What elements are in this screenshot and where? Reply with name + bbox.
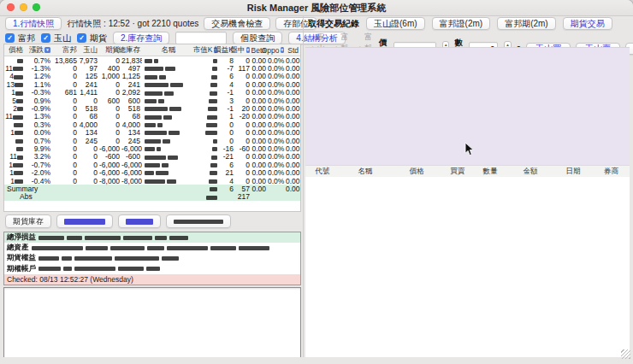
redacted-text: [145, 115, 162, 120]
table-row[interactable]: 50.9%00600600 300.000.0%0.00: [4, 97, 300, 104]
esun-securities-6m-button[interactable]: 玉山證(6m): [366, 17, 425, 30]
redacted-text: [145, 75, 157, 79]
redacted-text: [17, 156, 23, 160]
broker-checkbox-esun[interactable]: ✓ 玉山: [41, 32, 71, 44]
positions-table[interactable]: 價格漲跌▼富邦玉山期貨總庫存名稱市值K▼損益K盤中▼BetaOppo▼Std 0…: [3, 44, 301, 212]
sort-icon[interactable]: ▼: [281, 47, 284, 53]
table-row[interactable]: 41.2%01251,0001,125 600.000.0%0.00: [4, 73, 300, 80]
redacted-text: [174, 220, 223, 224]
info-line-net-pnl: 總淨損益: [4, 232, 300, 243]
sort-icon[interactable]: ▼: [44, 47, 50, 53]
redacted-text: [145, 131, 167, 135]
redacted-text: [64, 219, 105, 225]
left-tab-button-1[interactable]: 期貨庫存: [5, 214, 51, 228]
table-row[interactable]: 0.7%13,8657,973021,838 800.000.0%0.00: [4, 56, 300, 64]
broker-checkbox-fubon[interactable]: ✓ 富邦: [5, 32, 35, 44]
column-header-1[interactable]: 價格: [4, 45, 25, 56]
futures-trade-button[interactable]: 期貨交易: [563, 17, 612, 30]
trade-column-header-5[interactable]: 數量: [473, 167, 507, 177]
info-line-options-account: 期權帳戶: [4, 264, 300, 274]
redacted-text: [207, 115, 217, 120]
checkbox-checked-icon: ✓: [5, 33, 15, 43]
column-header-4[interactable]: 玉山: [79, 45, 99, 56]
column-header-12[interactable]: Oppo▼: [268, 46, 286, 55]
trade-table-body[interactable]: [305, 177, 630, 357]
redacted-text: [165, 67, 175, 71]
checked-timestamp-text: Checked: 08/13 12:52:27 (Wednesday): [7, 275, 133, 284]
left-toolbar-row1: 1.行情快照 行情快照 : 12:52 · got 2210 quotes 交易…: [5, 17, 316, 30]
redacted-text: [169, 107, 181, 111]
table-row[interactable]: 1-0.3%6811,41102,092 -100.000.0%0.00: [4, 89, 300, 97]
column-header-6[interactable]: 總庫存: [121, 45, 142, 56]
table-row[interactable]: 9.9%00-6,000-6,000 -16-600.000.0%0.00: [4, 144, 300, 152]
left-tab-button-3[interactable]: [118, 214, 161, 228]
table-row[interactable]: 113.2%00-600-600 -2100.000.0%0.00: [4, 153, 300, 161]
trade-column-header-2[interactable]: 名稱: [340, 167, 391, 177]
left-tab-button-4[interactable]: [166, 214, 231, 228]
trade-opportunity-check-button[interactable]: 交易機會檢查: [204, 17, 270, 30]
left-tab-button-2[interactable]: [56, 214, 113, 228]
stock-search-input[interactable]: [175, 32, 227, 44]
table-row[interactable]: 1-0.4%00-8,000-8,000 400.000.0%0.00: [4, 177, 300, 185]
table-row[interactable]: 11-1.3%097400497 -71170.000.0%0.00: [4, 64, 300, 72]
trade-column-header-6[interactable]: 金額: [507, 167, 553, 177]
fubon-futures-2m-button[interactable]: 富邦期(2m): [497, 17, 556, 30]
broker-checkbox-futures[interactable]: ✓ 期貨: [77, 32, 107, 44]
quote-status-text: 行情快照 : 12:52 · got 2210 quotes: [67, 18, 198, 30]
redacted-text: [145, 59, 152, 63]
table-row[interactable]: 131.1%02410241 400.000.0%0.00: [4, 80, 300, 88]
redacted-text: [14, 123, 23, 127]
redacted-text: [212, 147, 217, 151]
resize-grip[interactable]: [621, 349, 630, 359]
table-row[interactable]: 111.3%068068 1-200.000.0%0.00: [4, 113, 300, 120]
column-header-label: 期貨: [105, 45, 120, 56]
trade-table-header[interactable]: 代號名稱價格買賣數量金額日期券商: [305, 165, 630, 178]
redacted-text: [206, 123, 217, 127]
inventory-query-button[interactable]: 2.庫存查詢: [113, 32, 169, 44]
table-row[interactable]: 1-0.7%00-6,000-6,000 600.000.0%0.00: [4, 161, 300, 168]
redacted-text: [205, 131, 217, 135]
table-row[interactable]: 1-2.0%00-6,000-6,000 2100.000.0%0.00: [4, 168, 300, 176]
redacted-text: [211, 75, 217, 79]
trade-column-header-1[interactable]: 代號: [305, 167, 340, 177]
trade-column-header-8[interactable]: 券商: [593, 167, 630, 177]
table-row[interactable]: 0.3%04,00004,000 000.000.0%0.00: [4, 120, 300, 128]
column-header-10[interactable]: 盤中▼: [235, 45, 251, 56]
quote-snapshot-button[interactable]: 1.行情快照: [5, 17, 62, 30]
column-header-label: 富邦: [62, 45, 77, 56]
info-line-label: 期貨權益: [7, 253, 36, 263]
redacted-text: [15, 179, 23, 184]
column-header-13[interactable]: Std: [286, 46, 300, 55]
column-header-7[interactable]: 名稱: [142, 45, 197, 56]
checkbox-checked-icon: ✓: [77, 33, 86, 43]
redacted-text: [126, 219, 153, 225]
checkbox-checked-icon: ✓: [41, 33, 50, 43]
redacted-text: [156, 171, 169, 175]
column-header-2[interactable]: 漲跌▼: [25, 45, 52, 56]
redacted-text: [209, 99, 217, 103]
redacted-text: [15, 83, 23, 87]
column-header-label: 漲跌: [29, 45, 44, 56]
redacted-text: [158, 99, 164, 103]
redacted-text: [163, 139, 170, 144]
table-row[interactable]: 2-0.9%05180518 -1200.000.0%0.00: [4, 104, 300, 112]
log-output-box[interactable]: [3, 287, 301, 359]
table-row[interactable]: 10.0%01340134 000.000.0%0.00: [4, 129, 300, 137]
stock-query-button[interactable]: 個股查詢: [233, 32, 282, 44]
info-line-label: 期權帳戶: [7, 264, 36, 274]
trade-column-header-4[interactable]: 買賣: [442, 167, 473, 177]
fubon-securities-2m-button[interactable]: 富邦證(2m): [432, 17, 491, 30]
redacted-text: [209, 179, 217, 184]
redacted-text: [159, 75, 166, 79]
column-header-3[interactable]: 富邦: [52, 45, 79, 56]
left-tab-buttons: 期貨庫存: [5, 214, 231, 228]
trade-column-header-3[interactable]: 價格: [391, 167, 442, 177]
sort-icon[interactable]: ▼: [246, 47, 250, 53]
redacted-text: [13, 163, 23, 167]
positions-table-body: 0.7%13,8657,973021,838 800.000.0%0.0011-…: [4, 56, 300, 201]
info-line-label: 總資產: [7, 243, 29, 253]
redacted-text: [13, 67, 23, 71]
positions-table-header[interactable]: 價格漲跌▼富邦玉山期貨總庫存名稱市值K▼損益K盤中▼BetaOppo▼Std: [4, 44, 300, 56]
table-row[interactable]: 0.7%02450245 000.000.0%0.00: [4, 137, 300, 144]
trade-column-header-7[interactable]: 日期: [553, 167, 593, 177]
